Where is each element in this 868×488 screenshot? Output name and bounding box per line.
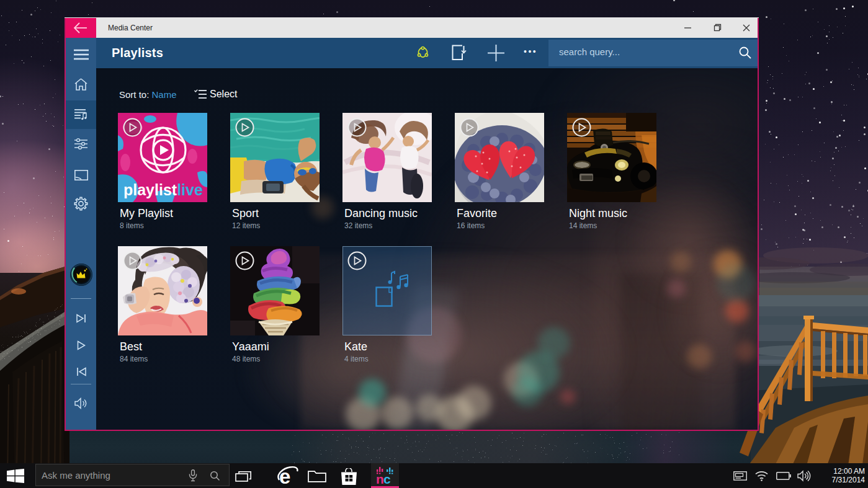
- svg-text:playlistlive: playlistlive: [123, 181, 203, 198]
- svg-text:n: n: [376, 472, 384, 486]
- svg-text:c: c: [383, 472, 391, 486]
